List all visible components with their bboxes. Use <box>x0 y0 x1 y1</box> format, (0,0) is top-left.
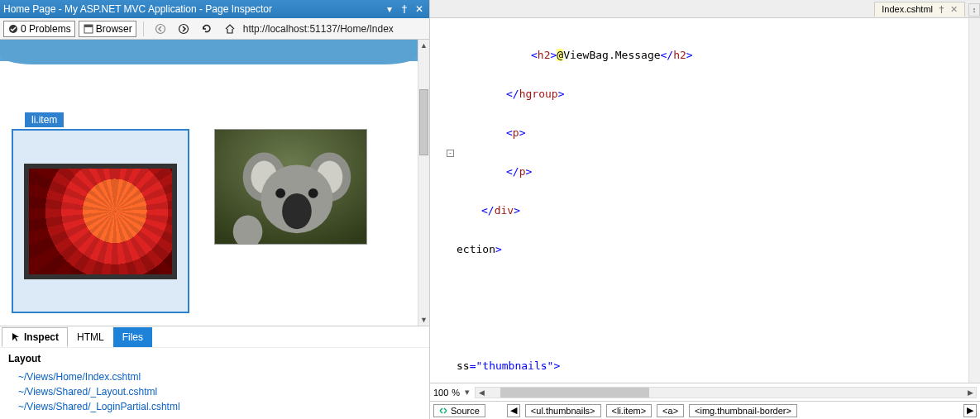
chevron-down-icon[interactable]: ▾ <box>465 387 470 398</box>
svg-point-11 <box>282 193 312 229</box>
scroll-right-icon[interactable]: ▶ <box>964 388 976 398</box>
layout-files-panel: Layout ~/Views/Home/Index.cshtml ~/Views… <box>0 347 429 419</box>
browser-preview: li.item <box>0 40 429 326</box>
source-view-button[interactable]: Source <box>433 404 485 417</box>
inspector-toolbar: 0 Problems Browser http://localhost:5113… <box>0 18 429 40</box>
editor-tab-index[interactable]: Index.cshtml ✕ <box>874 2 965 17</box>
toolbar-separator <box>143 21 144 36</box>
element-breadcrumb-bar: Source ◀ <ul.thumbnails> <li.item> <a> <… <box>430 401 980 419</box>
zoom-control[interactable]: 100 % ▾ <box>433 387 470 398</box>
editor-vertical-scrollbar[interactable]: ↕ <box>968 18 980 383</box>
scroll-down-icon[interactable]: ▼ <box>418 314 429 326</box>
browser-label: Browser <box>96 23 132 35</box>
editor-tab-bar: Index.cshtml ✕ ▾ <box>430 0 980 18</box>
inspector-title: Home Page - My ASP.NET MVC Application -… <box>3 3 381 15</box>
home-button[interactable] <box>220 21 240 37</box>
split-editor-icon[interactable]: ↕ <box>968 3 980 17</box>
scroll-thumb[interactable] <box>419 89 428 155</box>
breadcrumb-item[interactable]: <img.thumbnail-border> <box>689 404 797 417</box>
breadcrumb-item[interactable]: <li.item> <box>606 404 653 417</box>
fold-toggle-icon[interactable]: - <box>447 150 454 157</box>
photo-flower[interactable] <box>24 164 177 279</box>
browser-button[interactable]: Browser <box>79 21 136 37</box>
tab-html[interactable]: HTML <box>68 327 113 347</box>
svg-point-4 <box>179 24 188 33</box>
forward-icon <box>178 23 189 35</box>
layout-file-link[interactable]: ~/Views/Home/Index.cshtml <box>8 369 421 384</box>
browser-icon <box>83 23 94 35</box>
svg-point-13 <box>308 188 318 198</box>
photo-koala[interactable] <box>214 129 367 245</box>
refresh-icon <box>201 23 213 35</box>
address-bar[interactable]: http://localhost:51137/Home/Index <box>243 23 426 35</box>
svg-point-3 <box>155 24 165 33</box>
window-close-icon[interactable]: ✕ <box>413 2 426 16</box>
code-editor[interactable]: - <h2>@ViewBag.Message</h2> </hgroup> <p… <box>430 18 980 383</box>
inspector-title-bar: Home Page - My ASP.NET MVC Application -… <box>0 0 429 18</box>
arrows-icon <box>439 407 447 415</box>
refresh-button[interactable] <box>197 21 217 37</box>
scroll-up-icon[interactable]: ▲ <box>418 40 429 51</box>
back-icon <box>155 23 166 35</box>
tab-inspect[interactable]: Inspect <box>2 327 68 347</box>
problems-button[interactable]: 0 Problems <box>3 21 75 37</box>
tab-pin-icon[interactable] <box>938 6 945 13</box>
window-dropdown-icon[interactable]: ▾ <box>383 2 396 16</box>
layout-file-link[interactable]: ~/Views/Shared/_LoginPartial.cshtml <box>8 399 421 414</box>
preview-vertical-scrollbar[interactable]: ▲ ▼ <box>418 40 429 326</box>
page-header-strip <box>0 40 418 76</box>
editor-tab-label: Index.cshtml <box>882 4 933 14</box>
tab-files[interactable]: Files <box>113 327 152 347</box>
home-icon <box>224 23 236 35</box>
breadcrumb-item[interactable]: <ul.thumbnails> <box>525 404 601 417</box>
svg-point-12 <box>275 188 285 198</box>
breadcrumb-prev-button[interactable]: ◀ <box>507 404 520 417</box>
breadcrumb-item[interactable]: <a> <box>657 404 684 417</box>
forward-button[interactable] <box>174 21 194 37</box>
cursor-icon <box>11 332 21 342</box>
element-highlight-tag: li.item <box>25 112 64 127</box>
svg-rect-2 <box>84 25 93 27</box>
layout-heading: Layout <box>8 353 421 364</box>
scroll-left-icon[interactable]: ◀ <box>476 388 487 398</box>
hscroll-thumb[interactable] <box>500 388 649 398</box>
layout-file-link[interactable]: ~/Views/Shared/_Layout.cshtml <box>8 384 421 399</box>
check-icon <box>7 23 19 35</box>
editor-horizontal-scrollbar[interactable]: ◀ ▶ <box>475 387 977 398</box>
inspector-bottom-tabs: Inspect HTML Files <box>0 326 429 347</box>
editor-status-bar: 100 % ▾ ◀ ▶ <box>430 383 980 401</box>
window-pin-icon[interactable] <box>398 2 411 16</box>
breadcrumb-next-button[interactable]: ▶ <box>963 404 977 417</box>
tab-close-icon[interactable]: ✕ <box>950 4 958 15</box>
problems-label: 0 Problems <box>21 23 71 35</box>
selected-thumbnail[interactable] <box>12 129 189 313</box>
back-button[interactable] <box>151 21 170 37</box>
